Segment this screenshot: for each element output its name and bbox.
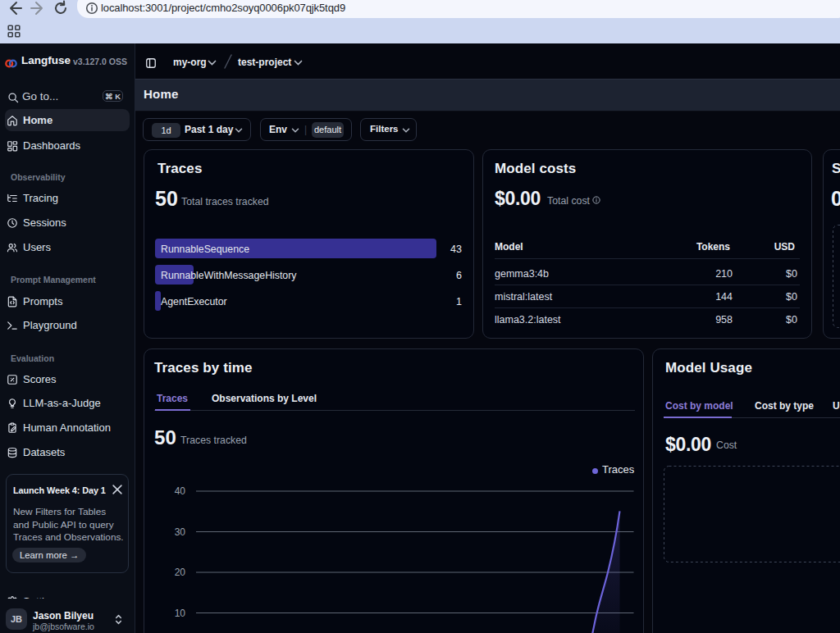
svg-text:20: 20 [175, 567, 186, 578]
svg-text:10: 10 [175, 608, 186, 619]
svg-text:30: 30 [175, 526, 186, 538]
svg-text:40: 40 [175, 485, 186, 497]
